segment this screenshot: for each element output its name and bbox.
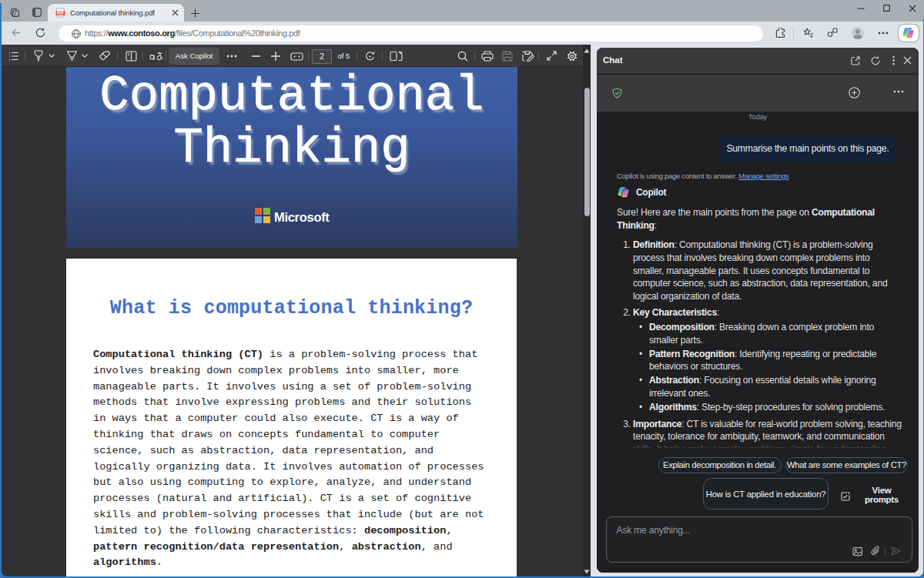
svg-text:PDF: PDF [57,12,64,15]
